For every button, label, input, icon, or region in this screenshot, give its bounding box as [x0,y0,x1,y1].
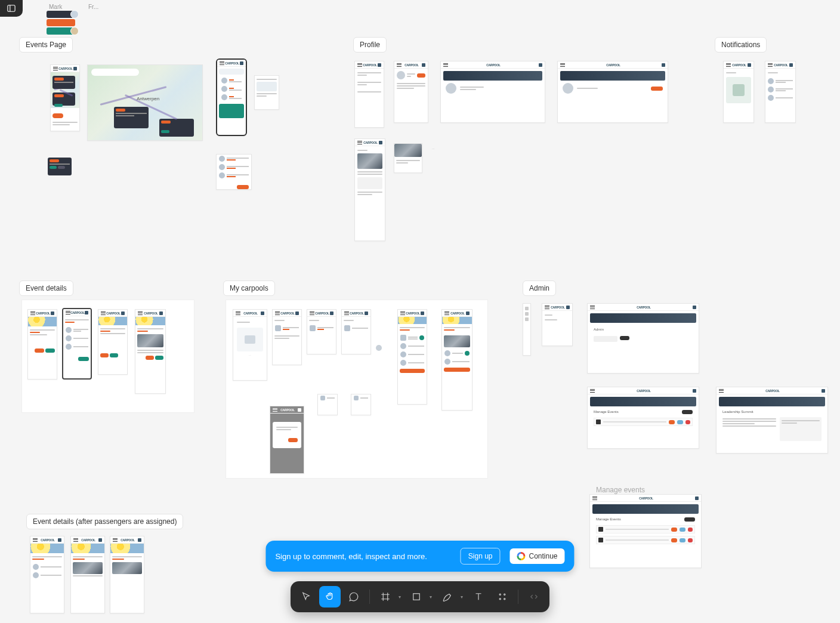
artboard-leadership[interactable]: CARPOOL Leadership Summit [716,387,828,454]
artboard-events-list[interactable] [216,154,252,190]
leadership-heading: Leadership Summit [717,409,827,415]
avatar [70,10,79,18]
artboard-admin-desktop[interactable]: CARPOOL Admin [587,303,699,374]
artboard-eventdetail-3[interactable]: CARPOOL [98,309,128,375]
artboard-profile-desktop-2[interactable]: CARPOOL [557,61,668,123]
menu-icon [220,61,224,65]
artboard-eventafter-3[interactable]: CARPOOL [110,536,144,613]
artboard-carpool-1[interactable]: CARPOOL [272,309,302,365]
artboard-eventdetail-1[interactable]: CARPOOL [27,309,57,380]
separator [518,590,518,604]
menu-icon [53,67,58,70]
chip-stack [47,11,75,36]
section-event-details[interactable]: Event details [19,280,73,296]
artboard-profile-desktop[interactable]: CARPOOL [440,61,545,123]
svg-rect-2 [413,594,420,600]
avatar-icon [73,67,77,70]
logo: CARPOOL [58,67,73,70]
section-my-carpools[interactable]: My carpools [223,280,275,296]
artboard-eventdetail-4[interactable]: CARPOOL [135,309,166,394]
rectangle-icon [411,591,422,602]
frame-label: Mark [49,4,62,10]
artboard-events-mobile-1[interactable]: CARPOOL [50,64,80,131]
chevron-down-icon[interactable]: ▾ [399,594,403,600]
artboard-events-card[interactable] [254,75,279,110]
artboard-profile-car[interactable]: CARPOOL [354,138,385,241]
chip [47,27,75,35]
bottom-toolbar: ▾ ▾ ▾ [291,581,549,612]
code-icon [529,591,539,602]
map-marker-card [159,119,194,137]
artboard-carpool-empty[interactable]: CARPOOL ··· [233,309,267,381]
artboard-carpool-detail-1[interactable]: CARPOOL [397,309,427,405]
section-notifications[interactable]: Notifications [715,37,767,53]
frame-label: Fr... [88,4,98,10]
artboard-manage-events-2[interactable]: CARPOOL Manage Events [589,494,702,568]
hand-tool[interactable] [319,586,341,607]
artboard-events-mobile-2[interactable]: CARPOOL [216,58,247,136]
text-icon [473,591,484,602]
artboard-car-thumb[interactable] [394,143,422,173]
pen-tool[interactable] [437,586,458,607]
artboard-admin-mobile[interactable]: CARPOOL [542,303,573,346]
chevron-down-icon[interactable]: ▾ [461,594,465,600]
sidebar-toggle[interactable] [0,0,23,17]
pen-icon [442,591,453,602]
artboard-profile-mobile[interactable]: CARPOOL [354,61,384,128]
continue-google-button[interactable]: Continue [510,548,565,564]
map-city-label: Antwerpen [137,96,159,101]
move-tool[interactable] [295,586,317,607]
design-canvas[interactable]: Mark Fr... Events Page Profile Notificat… [0,0,840,623]
signup-banner: Sign up to comment, edit, inspect and mo… [265,541,574,572]
svg-rect-0 [8,5,15,12]
section-profile[interactable]: Profile [353,37,387,53]
artboard-eventdetail-2[interactable]: CARPOOL [62,308,92,380]
google-icon [517,552,526,560]
shape-tool[interactable] [406,586,427,607]
hand-icon [325,591,335,602]
chip [47,19,75,26]
avatar [70,27,79,35]
artboard-carpool-sm-2[interactable] [351,394,371,415]
section-admin[interactable]: Admin [523,280,556,296]
cursor-icon [301,591,311,602]
manage-events-heading: Manage Events [594,410,619,414]
comment-icon [348,591,359,602]
chevron-down-icon[interactable]: ▾ [430,594,434,600]
artboard-eventafter-2[interactable]: CARPOOL [70,536,105,613]
section-events-page[interactable]: Events Page [19,37,73,53]
frame-tool[interactable] [375,586,396,607]
text-tool[interactable] [468,586,489,607]
artboard-carpool-detail-2[interactable]: CARPOOL [441,309,472,411]
admin-heading: Admin [588,325,699,334]
chip-card[interactable] [48,158,72,175]
actions-tool[interactable] [492,586,513,607]
banner-message: Sign up to comment, edit, inspect and mo… [275,552,427,561]
svg-point-5 [499,599,501,600]
svg-point-3 [499,594,501,595]
frame-icon [380,591,391,602]
artboard-carpool-2[interactable]: CARPOOL [307,309,336,354]
artboard-eventafter-1[interactable]: CARPOOL [30,536,64,613]
comment-tool[interactable] [343,586,365,607]
avatar [376,345,382,351]
artboard-profile-mobile-2[interactable]: CARPOOL [394,61,428,123]
sparkle-icon [497,591,508,602]
artboard-notif-list[interactable]: CARPOOL [765,61,796,123]
artboard-map-large[interactable]: Antwerpen [87,64,203,141]
artboard-admin-nav[interactable] [523,303,531,356]
panel-icon [7,4,16,13]
search-field [91,69,139,76]
signup-button[interactable]: Sign up [461,548,501,565]
artboard-carpool-sm-1[interactable] [317,394,338,415]
artboard-manage-events[interactable]: CARPOOL Manage Events [587,387,699,449]
separator [369,590,370,604]
artboard-notif-mobile[interactable]: CARPOOL [723,61,754,123]
devmode-tool[interactable] [523,586,545,607]
map-marker-card [114,107,149,128]
text-snippet: ··· [432,147,434,150]
artboard-carpool-3[interactable]: CARPOOL [341,309,371,354]
artboard-carpool-modal[interactable]: CARPOOL [270,406,304,474]
svg-point-4 [504,594,505,595]
section-event-details-after[interactable]: Event details (after passengers are assi… [26,514,183,529]
